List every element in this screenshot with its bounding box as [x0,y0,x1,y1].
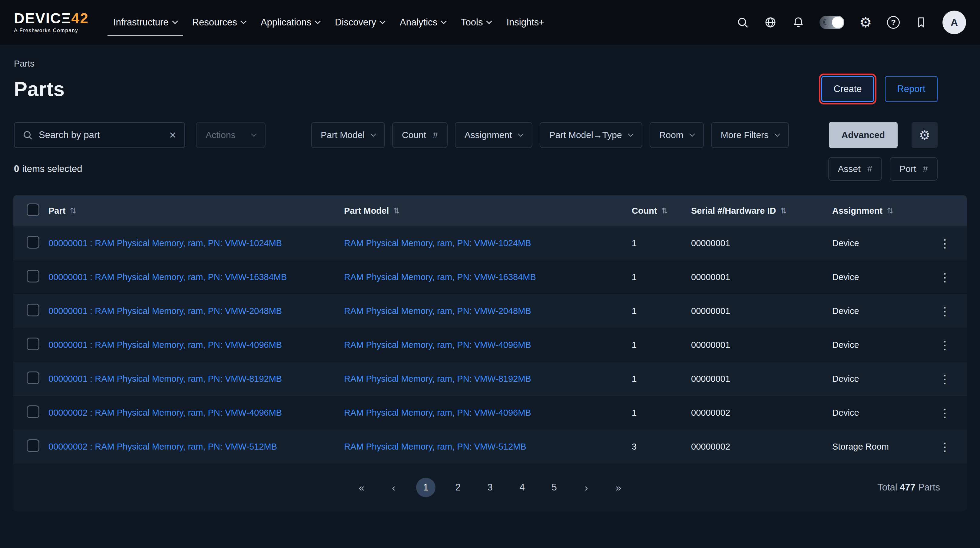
part-model-link[interactable]: RAM Physical Memory, ram, PN: VMW-1024MB [344,238,531,248]
part-link[interactable]: 00000001 : RAM Physical Memory, ram, PN:… [48,374,282,384]
row-menu-icon[interactable]: ⋮ [935,372,955,386]
row-menu-icon[interactable]: ⋮ [935,338,955,352]
part-link[interactable]: 00000002 : RAM Physical Memory, ram, PN:… [48,442,277,451]
filter-asset[interactable]: Asset # [828,157,882,181]
page-button-1[interactable]: 1 [416,478,436,497]
first-page-button[interactable]: « [352,478,371,497]
row-checkbox[interactable] [27,304,39,316]
part-link[interactable]: 00000001 : RAM Physical Memory, ram, PN:… [48,306,282,316]
bell-icon[interactable] [792,16,805,29]
nav-discovery[interactable]: Discovery [328,0,392,45]
globe-icon[interactable] [764,16,777,29]
device42-logo[interactable]: DEVICΞ42 A Freshworks Company [14,11,89,33]
avatar[interactable]: A [942,11,966,34]
nav-infrastructure[interactable]: Infrastructure [106,0,185,45]
nav-analytics[interactable]: Analytics [392,0,453,45]
part-link[interactable]: 00000002 : RAM Physical Memory, ram, PN:… [48,408,282,418]
chevron-down-icon [315,18,321,24]
page-button-3[interactable]: 3 [480,478,500,497]
nav-resources[interactable]: Resources [185,0,253,45]
page-button-4[interactable]: 4 [512,478,532,497]
nav-insights[interactable]: Insights+ [499,0,552,45]
filter-port[interactable]: Port # [890,157,938,181]
chevron-down-icon [379,18,385,24]
assignment-cell: Device [832,408,923,418]
breadcrumb[interactable]: Parts [14,59,35,69]
advanced-button[interactable]: Advanced [829,122,897,148]
logo-text: DEVICΞ42 [14,11,89,26]
row-menu-icon[interactable]: ⋮ [935,305,955,318]
filter-part-model[interactable]: Part Model [311,122,385,148]
filter-more-filters[interactable]: More Filters [711,122,789,148]
settings-gear-icon[interactable]: ⚙ [859,16,872,29]
table-row: 00000002 : RAM Physical Memory, ram, PN:… [13,396,967,430]
row-checkbox[interactable] [27,338,39,350]
filter-settings-button[interactable]: ⚙ [912,122,938,148]
dark-mode-toggle[interactable]: ☾ [819,16,844,29]
logo-brand: DEVICΞ [14,10,72,26]
row-checkbox[interactable] [27,372,39,384]
part-model-link[interactable]: RAM Physical Memory, ram, PN: VMW-4096MB [344,408,531,418]
search-input[interactable] [39,130,163,140]
part-model-link[interactable]: RAM Physical Memory, ram, PN: VMW-16384M… [344,272,536,282]
column-header-serial[interactable]: Serial #/Hardware ID ⇅ [691,206,832,216]
search-icon [22,130,33,140]
hero-actions: Create Report [821,76,938,102]
table-row: 00000001 : RAM Physical Memory, ram, PN:… [13,226,967,260]
assignment-cell: Device [832,272,923,282]
column-header-count[interactable]: Count ⇅ [632,206,691,216]
create-button[interactable]: Create [821,76,874,102]
filter-room[interactable]: Room [650,122,704,148]
column-header-part[interactable]: Part ⇅ [48,206,344,216]
part-model-link[interactable]: RAM Physical Memory, ram, PN: VMW-512MB [344,442,527,451]
row-checkbox[interactable] [27,439,39,452]
search-icon[interactable] [736,16,749,29]
part-model-link[interactable]: RAM Physical Memory, ram, PN: VMW-4096MB [344,340,531,350]
row-checkbox[interactable] [27,405,39,418]
nav-applications[interactable]: Applications [253,0,328,45]
row-menu-icon[interactable]: ⋮ [935,271,955,284]
row-checkbox[interactable] [27,270,39,283]
clear-search-icon[interactable]: ✕ [169,130,177,140]
prev-page-button[interactable]: ‹ [384,478,403,497]
filter-assignment[interactable]: Assignment [455,122,532,148]
actions-dropdown[interactable]: Actions [196,122,266,148]
row-menu-icon[interactable]: ⋮ [935,237,955,250]
part-model-link[interactable]: RAM Physical Memory, ram, PN: VMW-8192MB [344,374,531,384]
serial-cell: 00000001 [691,340,832,350]
assignment-cell: Storage Room [832,442,923,452]
last-page-button[interactable]: » [609,478,628,497]
filter-part-model-type[interactable]: Part Model→Type [540,122,642,148]
part-link[interactable]: 00000001 : RAM Physical Memory, ram, PN:… [48,272,287,282]
row-menu-icon[interactable]: ⋮ [935,406,955,419]
filter-chip-group: Part Model Count # Assignment Part Model… [311,122,789,148]
count-cell: 1 [632,374,691,384]
page-button-2[interactable]: 2 [448,478,468,497]
page-header: Parts Parts Create Report [0,45,980,102]
nav-discovery-label: Discovery [335,17,376,28]
assignment-cell: Device [832,306,923,316]
row-checkbox[interactable] [27,236,39,249]
next-page-button[interactable]: › [577,478,596,497]
actions-label: Actions [206,130,235,140]
count-cell: 1 [632,340,691,350]
column-header-part-model[interactable]: Part Model ⇅ [344,206,632,216]
part-model-link[interactable]: RAM Physical Memory, ram, PN: VMW-2048MB [344,306,531,316]
sort-icon: ⇅ [393,206,400,216]
row-menu-icon[interactable]: ⋮ [935,440,955,454]
page-button-5[interactable]: 5 [544,478,564,497]
table-row: 00000001 : RAM Physical Memory, ram, PN:… [13,294,967,328]
column-header-assignment[interactable]: Assignment ⇅ [832,206,923,216]
part-link[interactable]: 00000001 : RAM Physical Memory, ram, PN:… [48,340,282,350]
part-link[interactable]: 00000001 : RAM Physical Memory, ram, PN:… [48,238,282,248]
bookmark-icon[interactable] [915,16,928,29]
filter-count[interactable]: Count # [392,122,448,148]
chevron-down-icon [371,131,376,137]
help-icon[interactable]: ? [887,16,900,29]
select-all-checkbox[interactable] [27,203,39,216]
serial-cell: 00000001 [691,306,832,316]
hash-icon: # [867,164,872,174]
report-button[interactable]: Report [885,76,938,102]
nav-tools[interactable]: Tools [453,0,499,45]
chevron-down-icon [518,131,523,137]
